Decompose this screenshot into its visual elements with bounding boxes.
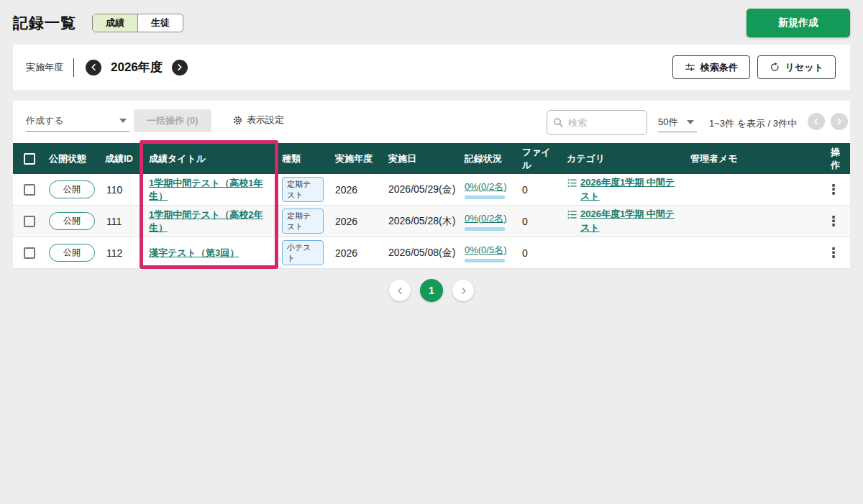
- record-list-page: 記録一覧 成績 生徒 新規作成 実施年度 2026年度 検索条件 リセット: [0, 0, 863, 504]
- col-header-status: 公開状態: [42, 152, 102, 165]
- divider: [73, 58, 74, 77]
- table-toolbar: 作成する 一括操作 (0) 表示設定 50件 1~3件 を表示 / 3件中: [13, 101, 850, 143]
- gear-icon: [232, 115, 243, 126]
- category-link[interactable]: 2026年度1学期 中間テスト: [580, 176, 683, 203]
- file-count: 0: [515, 184, 557, 196]
- col-header-ops: 操作: [817, 146, 850, 172]
- col-header-id: 成績ID: [102, 152, 140, 165]
- table-row: 公開 110 1学期中間テスト（高校1年生） 定期テスト 2026 2026/0…: [13, 174, 850, 206]
- record-year: 2026: [328, 184, 381, 196]
- chevron-down-icon: [119, 119, 127, 123]
- record-year: 2026: [328, 216, 381, 227]
- category-cell: 2026年度1学期 中間テスト: [567, 176, 683, 203]
- year-label: 実施年度: [26, 61, 63, 74]
- table-row: 公開 112 漢字テスト（第3回） 小テスト 2026 2026/05/08(金…: [13, 237, 850, 269]
- record-title-link[interactable]: 漢字テスト（第3回）: [149, 247, 239, 258]
- reset-label: リセット: [785, 61, 823, 74]
- search-conditions-button[interactable]: 検索条件: [672, 55, 750, 79]
- toolbar-next-button[interactable]: [831, 113, 848, 130]
- record-title-link[interactable]: 1学期中間テスト（高校1年生）: [149, 178, 262, 201]
- col-header-year: 実施年度: [328, 152, 381, 165]
- per-page-value: 50件: [658, 116, 677, 129]
- record-title-link[interactable]: 1学期中間テスト（高校2年生）: [149, 209, 262, 233]
- select-all-checkbox[interactable]: [24, 153, 35, 165]
- prev-year-button[interactable]: [86, 60, 101, 75]
- row-checkbox[interactable]: [24, 184, 35, 196]
- result-count-text: 1~3件 を表示 / 3件中: [709, 117, 797, 130]
- col-header-file: ファイル: [515, 146, 557, 172]
- record-year: 2026: [328, 247, 381, 259]
- create-new-button[interactable]: 新規作成: [746, 9, 850, 37]
- col-header-memo: 管理者メモ: [683, 152, 817, 165]
- next-year-button[interactable]: [172, 60, 188, 75]
- status-badge: 公開: [49, 212, 95, 230]
- page-title: 記録一覧: [13, 13, 76, 33]
- chevron-left-icon: [90, 63, 98, 71]
- category-cell: 2026年度1学期 中間テスト: [567, 208, 683, 235]
- row-menu-button[interactable]: ⋮: [827, 246, 841, 260]
- search-icon: [553, 117, 564, 128]
- tab-students[interactable]: 生徒: [137, 14, 183, 32]
- record-date: 2026/05/28(木): [381, 215, 457, 228]
- record-id: 112: [102, 247, 140, 259]
- reset-icon: [770, 62, 780, 73]
- file-count: 0: [515, 216, 557, 227]
- progress-bar: [465, 227, 505, 231]
- record-date: 2026/05/08(金): [381, 247, 457, 260]
- record-status-link[interactable]: 0%(0/2名): [465, 213, 507, 224]
- search-input[interactable]: [568, 117, 633, 128]
- search-box: [547, 110, 647, 135]
- toolbar-prev-button[interactable]: [808, 113, 825, 130]
- chevron-down-icon: [687, 120, 694, 124]
- pagination-next-button[interactable]: [452, 280, 474, 301]
- col-header-type: 種類: [279, 152, 328, 165]
- toolbar-pager: [808, 113, 848, 130]
- display-settings-button[interactable]: 表示設定: [232, 114, 284, 127]
- search-conditions-label: 検索条件: [700, 61, 738, 74]
- row-checkbox[interactable]: [24, 216, 35, 227]
- table-header-row: 公開状態 成績ID 成績タイトル 種類 実施年度 実施日 記録状況 ファイル カ…: [13, 143, 850, 174]
- col-header-title: 成績タイトル: [140, 152, 279, 165]
- col-header-date: 実施日: [381, 152, 457, 165]
- chevron-left-icon: [813, 118, 820, 125]
- display-settings-label: 表示設定: [247, 114, 284, 127]
- per-page-select[interactable]: 50件: [658, 112, 697, 132]
- year-value: 2026年度: [111, 59, 163, 75]
- list-icon: [567, 209, 577, 220]
- pagination: 1: [0, 279, 863, 302]
- status-badge: 公開: [49, 244, 95, 262]
- progress-bar: [465, 259, 505, 262]
- table-row: 公開 111 1学期中間テスト（高校2年生） 定期テスト 2026 2026/0…: [13, 206, 850, 237]
- type-badge: 定期テスト: [282, 177, 324, 202]
- col-header-record: 記録状況: [457, 152, 515, 165]
- progress-bar: [465, 196, 505, 199]
- pagination-prev-button[interactable]: [389, 280, 411, 301]
- list-icon: [567, 178, 577, 188]
- filter-icon: [685, 62, 695, 73]
- file-count: 0: [515, 247, 557, 259]
- record-status-link[interactable]: 0%(0/2名): [465, 181, 507, 192]
- record-id: 111: [102, 216, 140, 227]
- bulk-action-select[interactable]: 作成する: [26, 110, 129, 132]
- tab-grades[interactable]: 成績: [93, 14, 137, 32]
- row-menu-button[interactable]: ⋮: [827, 214, 841, 228]
- row-menu-button[interactable]: ⋮: [827, 183, 841, 196]
- bulk-action-value: 作成する: [26, 114, 64, 127]
- chevron-right-icon: [460, 287, 467, 295]
- chevron-right-icon: [836, 118, 843, 125]
- records-card: 作成する 一括操作 (0) 表示設定 50件 1~3件 を表示 / 3件中: [13, 101, 850, 269]
- status-badge: 公開: [49, 180, 95, 198]
- filter-bar: 実施年度 2026年度 検索条件 リセット: [13, 45, 850, 90]
- type-badge: 小テスト: [282, 240, 324, 265]
- type-badge: 定期テスト: [282, 209, 324, 234]
- record-date: 2026/05/29(金): [381, 183, 457, 196]
- record-id: 110: [102, 184, 140, 196]
- row-checkbox[interactable]: [24, 247, 35, 259]
- category-link[interactable]: 2026年度1学期 中間テスト: [580, 208, 683, 235]
- record-status-link[interactable]: 0%(0/5名): [465, 244, 507, 255]
- bulk-apply-button[interactable]: 一括操作 (0): [134, 109, 211, 132]
- col-header-category: カテゴリ: [557, 152, 683, 165]
- view-tabs: 成績 生徒: [92, 14, 183, 32]
- reset-button[interactable]: リセット: [757, 55, 836, 79]
- pagination-page-1[interactable]: 1: [420, 279, 443, 302]
